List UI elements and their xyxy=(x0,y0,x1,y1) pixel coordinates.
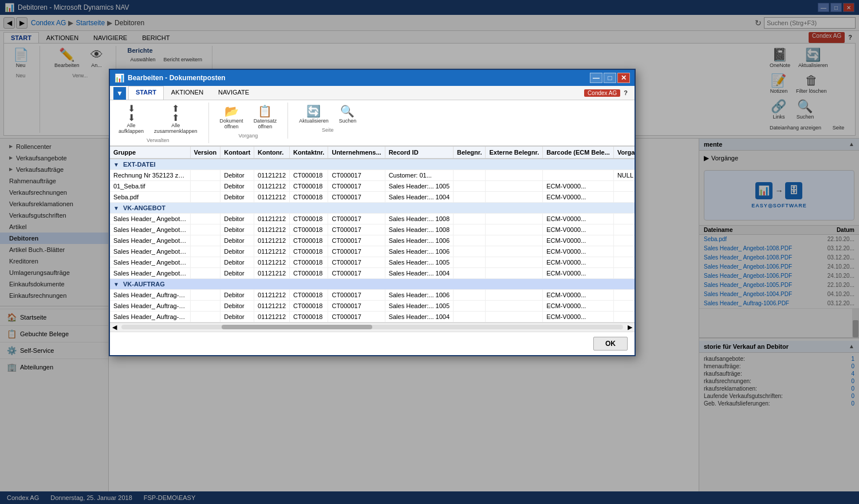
datensatz-oeffnen-button[interactable]: 📋 Datensatzöffnen xyxy=(250,103,281,132)
cell-version xyxy=(190,170,220,180)
modal-ribbon-content: ⬇⬇ Alleaufklappen ⬆⬆ Allezusammenklappen… xyxy=(110,100,635,146)
dokument-oeffnen-button[interactable]: 📂 Dokumentöffnen xyxy=(216,103,247,132)
cell-externe-belegnr xyxy=(486,170,543,180)
table-row[interactable]: Sales Header_ Auftrag-1006... Debitor 01… xyxy=(110,289,635,300)
cell-kontonr: 01121212 xyxy=(254,170,290,180)
modal-title: Bearbeiten - Dokumentposten xyxy=(128,74,590,82)
modal-title-bar: 📊 Bearbeiten - Dokumentposten — □ ✕ xyxy=(110,70,635,86)
ext-datei-expand-icon: ▼ xyxy=(113,162,119,168)
cell-unternehmen: CT000017 xyxy=(328,170,385,180)
cell-kontoart: Debitor xyxy=(220,170,254,180)
modal-table-container[interactable]: Gruppe Version Kontoart Kontonr. Kontakt… xyxy=(110,147,635,322)
outer-window: 📊 Debitoren - Microsoft Dynamics NAV — □… xyxy=(0,0,859,504)
table-row[interactable]: Seba.pdf Debitor 01121212 CT000018 CT000… xyxy=(110,191,635,202)
modal-tab-aktionen[interactable]: AKTIONEN xyxy=(164,86,211,100)
table-row[interactable]: Sales Header_ Angebot-100... Debitor 011… xyxy=(110,257,635,267)
modal-ribbon-tabs: ▼ START AKTIONEN NAVIGATE Condex AG ? xyxy=(110,86,635,100)
cell-vorgangsnr: NULL xyxy=(613,170,635,180)
modal-ribbon-group-seite: 🔄 Aktualisieren 🔍 Suchen Seite xyxy=(295,103,367,133)
modal-footer: OK xyxy=(110,332,635,355)
ok-button[interactable]: OK xyxy=(593,337,628,351)
table-row[interactable]: Sales Header_ Angebot-100... Debitor 011… xyxy=(110,235,635,246)
cell-gruppe: Rechnung Nr 352123 zur Be... xyxy=(110,170,190,180)
modal-help-button[interactable]: ? xyxy=(620,88,631,98)
expand-all-icon: ⬇⬇ xyxy=(128,104,135,123)
modal-tab-navigate[interactable]: NAVIGATE xyxy=(211,86,257,100)
table-row[interactable]: Sales Header_ Angebot-100... Debitor 011… xyxy=(110,267,635,278)
col-kontaktnr: Kontaktnr. xyxy=(290,147,328,159)
col-kontoart: Kontoart xyxy=(220,147,254,159)
table-row[interactable]: Sales Header_ Angebot-100... Debitor 011… xyxy=(110,246,635,257)
col-barcode: Barcode (ECM Bele... xyxy=(543,147,614,159)
vk-angebot-expand-icon: ▼ xyxy=(113,205,119,211)
modal-tab-start[interactable]: START xyxy=(128,86,164,100)
col-gruppe: Gruppe xyxy=(110,147,190,159)
modal-table: Gruppe Version Kontoart Kontonr. Kontakt… xyxy=(110,147,635,322)
open-record-icon: 📋 xyxy=(258,104,272,118)
group-row-vk-angebot[interactable]: ▼ VK-ANGEBOT xyxy=(110,202,635,213)
table-row[interactable]: 01_Seba.tif Debitor 01121212 CT000018 CT… xyxy=(110,180,635,191)
modal-menu-button[interactable]: ▼ xyxy=(113,87,126,100)
modal-refresh-icon: 🔄 xyxy=(306,104,321,118)
table-row[interactable]: Sales Header_ Angebot-100... Debitor 011… xyxy=(110,213,635,224)
group-name-vk-auftrag: VK-AUFTRAG xyxy=(123,281,165,288)
col-vorgangsnr: Vorgangsnr. xyxy=(613,147,635,159)
alle-aufklappen-button[interactable]: ⬇⬇ Alleaufklappen xyxy=(115,103,148,136)
group-name-vk-angebot: VK-ANGEBOT xyxy=(123,204,166,211)
modal-window-controls: — □ ✕ xyxy=(590,73,630,83)
table-row[interactable]: Rechnung Nr 352123 zur Be... Debitor 011… xyxy=(110,170,635,180)
table-row[interactable]: Sales Header_ Angebot-100... Debitor 011… xyxy=(110,224,635,235)
collapse-all-icon: ⬆⬆ xyxy=(172,104,179,123)
col-kontonr: Kontonr. xyxy=(254,147,290,159)
table-row[interactable]: Sales Header_ Auftrag-1004... Debitor 01… xyxy=(110,311,635,322)
modal-ribbon-group-vorgang: 📂 Dokumentöffnen 📋 Datensatzöffnen Vorga… xyxy=(216,103,289,139)
vk-auftrag-expand-icon: ▼ xyxy=(113,281,119,288)
modal-horizontal-scrollbar[interactable]: ◀ ▶ xyxy=(110,322,635,332)
modal-search-icon: 🔍 xyxy=(340,104,354,118)
table-row[interactable]: Sales Header_ Auftrag-1005... Debitor 01… xyxy=(110,300,635,311)
alle-zusammenklappen-button[interactable]: ⬆⬆ Allezusammenklappen xyxy=(150,103,202,136)
modal-overlay: 📊 Bearbeiten - Dokumentposten — □ ✕ ▼ ST… xyxy=(0,0,859,504)
cell-belegnr xyxy=(454,170,486,180)
group-row-ext-datei[interactable]: ▼ EXT-DATEI xyxy=(110,159,635,170)
modal-ribbon-group-verwalten: ⬇⬇ Alleaufklappen ⬆⬆ Allezusammenklappen… xyxy=(115,103,209,143)
modal-aktualisieren-button[interactable]: 🔄 Aktualisieren xyxy=(295,103,333,126)
cell-barcode xyxy=(543,170,614,180)
cell-kontaktnr: CT000018 xyxy=(290,170,328,180)
cell-record-id: Customer: 01... xyxy=(385,170,453,180)
modal-suchen-button[interactable]: 🔍 Suchen xyxy=(335,103,361,126)
col-belegnr: Belegnr. xyxy=(454,147,486,159)
modal-icon: 📊 xyxy=(115,73,124,82)
group-row-vk-auftrag[interactable]: ▼ VK-AUFTRAG xyxy=(110,278,635,289)
modal-close-button[interactable]: ✕ xyxy=(617,73,630,83)
modal-minimize-button[interactable]: — xyxy=(590,73,602,83)
modal-scrollbar-thumb xyxy=(222,325,372,329)
col-version: Version xyxy=(190,147,220,159)
col-externe-belegnr: Externe Belegnr. xyxy=(486,147,543,159)
modal-dialog: 📊 Bearbeiten - Dokumentposten — □ ✕ ▼ ST… xyxy=(109,69,636,356)
col-record-id: Record ID xyxy=(385,147,453,159)
open-document-icon: 📂 xyxy=(224,104,239,118)
group-name-ext-datei: EXT-DATEI xyxy=(123,161,156,168)
col-unternehmen: Unternehmens... xyxy=(328,147,385,159)
modal-ribbon: ▼ START AKTIONEN NAVIGATE Condex AG ? ⬇⬇ xyxy=(110,86,635,147)
modal-maximize-button[interactable]: □ xyxy=(604,73,616,83)
modal-condex-badge: Condex AG xyxy=(584,89,620,97)
modal-scrollbar-track xyxy=(121,325,623,329)
